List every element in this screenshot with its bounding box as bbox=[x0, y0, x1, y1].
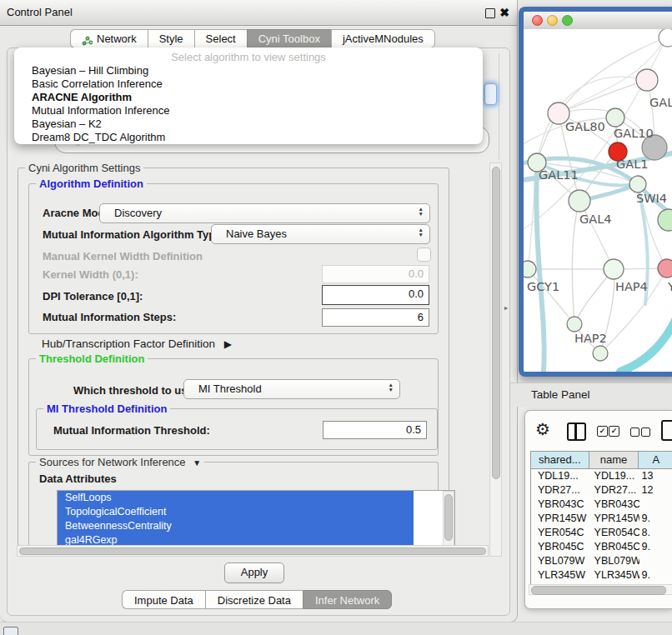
network-node[interactable] bbox=[593, 346, 608, 361]
node-label-gcy1: GCY1 bbox=[527, 280, 559, 293]
network-node[interactable] bbox=[658, 259, 672, 278]
table-cell: YDL19... bbox=[589, 469, 639, 483]
dropdown-item-dream8-dc-tdc-algorithm[interactable]: Dream8 DC_TDC Algorithm bbox=[14, 131, 483, 144]
control-panel-window: Control Panel ✖ NetworkStyleSelectCyni T… bbox=[0, 0, 518, 622]
table-cell: YER054C bbox=[589, 526, 639, 540]
node-label-gal10: GAL10 bbox=[614, 127, 654, 140]
algorithm-dropdown: Select algorithm to view settings Bayesi… bbox=[14, 48, 483, 144]
settings-horizontal-scrollbar[interactable] bbox=[17, 545, 489, 557]
network-node[interactable] bbox=[606, 108, 624, 127]
column-header-a[interactable]: A bbox=[639, 452, 672, 469]
deselect-all-checkbox-icon[interactable] bbox=[630, 428, 639, 437]
network-node[interactable] bbox=[629, 176, 646, 192]
column-header-shared[interactable]: shared... bbox=[531, 452, 589, 469]
mi-steps-field[interactable]: 6 bbox=[322, 308, 429, 327]
network-window-titlebar[interactable] bbox=[524, 12, 672, 30]
network-node[interactable] bbox=[524, 261, 536, 278]
divider-collapse-icon[interactable]: ▸ bbox=[504, 304, 508, 312]
mi-type-value: Naive Bayes bbox=[226, 225, 287, 243]
minimized-window-icon[interactable] bbox=[3, 627, 18, 635]
network-node[interactable] bbox=[567, 317, 582, 332]
network-node[interactable] bbox=[569, 190, 590, 212]
dropdown-item-basic-correlation-inference[interactable]: Basic Correlation Inference bbox=[14, 78, 483, 91]
table-row[interactable]: YDL19...YDL19...13 bbox=[531, 469, 672, 483]
tab-infer-network[interactable]: Infer Network bbox=[303, 590, 392, 609]
dropdown-item-aracne-algorithm[interactable]: ARACNE Algorithm bbox=[14, 91, 483, 104]
dropdown-item-bayesian-k2[interactable]: Bayesian – K2 bbox=[14, 118, 483, 131]
close-traffic-light[interactable] bbox=[532, 15, 543, 26]
table-cell: YLR345W bbox=[531, 568, 589, 582]
zoom-traffic-light[interactable] bbox=[562, 15, 573, 26]
hub-definition-toggle[interactable]: Hub/Transcription Factor Definition ▶ bbox=[42, 338, 232, 350]
network-canvas[interactable]: GALGAL80GAL10GAL1GAL11SWI4GAL4GCY1HAP4YH… bbox=[524, 29, 672, 372]
collapse-down-icon: ▼ bbox=[193, 458, 201, 468]
table-row[interactable]: YBL079WYBL079W bbox=[531, 554, 672, 568]
tab-network[interactable]: Network bbox=[70, 29, 148, 48]
table-row[interactable]: YBR043CYBR043C bbox=[531, 498, 672, 512]
sources-group-title[interactable]: Sources for Network Inference ▼ bbox=[36, 456, 204, 468]
network-node[interactable] bbox=[604, 259, 624, 279]
tab-discretize-data[interactable]: Discretize Data bbox=[205, 590, 303, 609]
column-header-name[interactable]: name bbox=[589, 452, 639, 469]
aracne-mode-combobox[interactable]: Discovery ▲▼ bbox=[99, 203, 430, 223]
table-row[interactable]: YDR27...YDR27...12 bbox=[531, 483, 672, 498]
node-label-swi4: SWI4 bbox=[636, 192, 667, 205]
tab-select[interactable]: Select bbox=[194, 29, 247, 48]
close-icon[interactable]: ✖ bbox=[499, 6, 509, 19]
network-node[interactable] bbox=[636, 69, 658, 91]
stepper-arrows-icon: ▲▼ bbox=[419, 228, 424, 237]
node-label-gal80: GAL80 bbox=[565, 120, 605, 133]
mi-threshold-field[interactable]: 0.5 bbox=[323, 421, 427, 439]
table-row[interactable]: YER054CYER054C8. bbox=[531, 526, 672, 540]
table-cell: YDL19... bbox=[531, 469, 589, 483]
table-cell: 13 bbox=[639, 469, 672, 483]
threshold-definition-group: Threshold Definition Which threshold to … bbox=[28, 358, 439, 456]
float-window-icon[interactable] bbox=[485, 8, 495, 18]
dpi-tolerance-field[interactable]: 0.0 bbox=[322, 285, 429, 305]
table-cell bbox=[639, 498, 672, 512]
apply-button[interactable]: Apply bbox=[224, 562, 284, 583]
minimize-traffic-light[interactable] bbox=[547, 15, 558, 26]
list-scrollbar[interactable] bbox=[443, 491, 454, 548]
table-row[interactable]: YLR345WYLR345W9. bbox=[531, 568, 672, 582]
dropdown-item-bayesian-hill-climbing[interactable]: Bayesian – Hill Climbing bbox=[14, 64, 483, 78]
mi-type-combobox[interactable]: Naive Bayes ▲▼ bbox=[211, 224, 430, 244]
settings-vscroll-thumb[interactable] bbox=[492, 167, 500, 479]
list-scrollbar-thumb[interactable] bbox=[444, 494, 453, 541]
manual-kernel-checkbox[interactable] bbox=[417, 248, 431, 262]
columns-icon[interactable] bbox=[567, 422, 586, 441]
group-border-fragment bbox=[499, 53, 499, 160]
tab-style[interactable]: Style bbox=[148, 29, 194, 48]
dropdown-item-mutual-information-inference[interactable]: Mutual Information Inference bbox=[14, 104, 483, 118]
settings-vertical-scrollbar[interactable] bbox=[489, 162, 502, 557]
table-cell: YDR27... bbox=[589, 483, 639, 498]
table-cell: YPR145W bbox=[531, 512, 589, 526]
tab-cyni-toolbox[interactable]: Cyni Toolbox bbox=[247, 29, 331, 48]
table-hscroll-thumb[interactable] bbox=[531, 586, 666, 595]
tab-impute-data[interactable]: Impute Data bbox=[122, 590, 205, 609]
network-node[interactable] bbox=[659, 29, 672, 47]
table-body: YDL19...YDL19...13YDR27...YDR27...12YBR0… bbox=[531, 469, 672, 586]
tab-jactivemnodules[interactable]: jActiveMNodules bbox=[331, 29, 435, 48]
focused-combo-button[interactable] bbox=[484, 83, 497, 105]
network-edge bbox=[579, 201, 614, 269]
settings-viewport: Cyni Algorithm Settings Algorithm Defini… bbox=[16, 161, 502, 558]
manual-kernel-label: Manual Kernel Width Definition bbox=[43, 250, 203, 262]
attribute-item-topologicalcoefficient[interactable]: TopologicalCoefficient bbox=[58, 505, 414, 519]
settings-hscroll-thumb[interactable] bbox=[19, 548, 486, 555]
select-all-checkbox-icon[interactable]: ✓ bbox=[597, 426, 608, 437]
attribute-item-betweennesscentrality[interactable]: BetweennessCentrality bbox=[58, 519, 414, 533]
which-threshold-combobox[interactable]: MI Threshold ▲▼ bbox=[183, 379, 400, 399]
gear-icon[interactable]: ⚙ bbox=[535, 420, 550, 438]
network-window[interactable]: GALGAL80GAL10GAL1GAL11SWI4GAL4GCY1HAP4YH… bbox=[519, 7, 672, 377]
attribute-item-selfloops[interactable]: SelfLoops bbox=[58, 491, 414, 505]
table-row[interactable]: YBR045CYBR045C9. bbox=[531, 540, 672, 554]
table-row[interactable]: YPR145WYPR145W9. bbox=[531, 512, 672, 526]
table-horizontal-scrollbar[interactable] bbox=[529, 584, 672, 595]
data-attributes-list[interactable]: SelfLoopsTopologicalCoefficientBetweenne… bbox=[57, 490, 455, 548]
network-node[interactable] bbox=[658, 209, 672, 231]
node-label-gal1: GAL1 bbox=[616, 158, 648, 171]
partial-toolbar-icon[interactable] bbox=[661, 420, 672, 441]
network-icon bbox=[82, 33, 93, 44]
kernel-width-field[interactable]: 0.0 bbox=[322, 265, 429, 283]
